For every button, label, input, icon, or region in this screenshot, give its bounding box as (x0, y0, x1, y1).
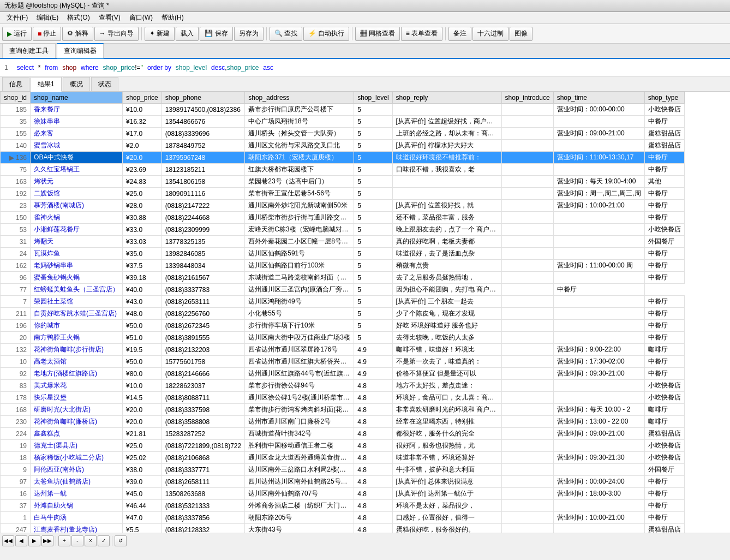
cell-8-3[interactable]: (0818)2147222 (161, 200, 244, 212)
table-row[interactable]: 31烤翻天¥33.0313778325135西外外秦花园二小区E幢一层8号（原军… (1, 236, 685, 248)
cell-32-1[interactable]: 达州第一鱿 (31, 488, 123, 500)
cell-18-8[interactable] (553, 320, 644, 332)
cell-6-0[interactable]: 163 (1, 176, 31, 188)
col-header-shop-reply[interactable]: shop_reply (392, 92, 501, 104)
cell-12-9[interactable]: 中餐厅 (644, 248, 684, 260)
cell-30-1[interactable]: 阿伦西亚(南外店) (31, 464, 123, 476)
cell-8-8[interactable]: 营业时间：10:00-21:00 (553, 200, 644, 212)
cell-4-1[interactable]: OBA中式快餐 (31, 152, 123, 164)
cell-30-3[interactable]: (0818)3337771 (161, 464, 244, 476)
cell-0-5[interactable]: 5 (354, 104, 392, 116)
table-row[interactable]: 192二嫂饭馆¥25.018090911116柴市街帝王宣仕居巷54-56号5营… (1, 188, 685, 200)
cell-15-8[interactable]: 中餐厅 (553, 284, 644, 296)
cell-16-9[interactable]: 中餐厅 (644, 296, 684, 308)
cell-16-3[interactable]: (0818)2653111 (161, 296, 244, 308)
cell-26-2[interactable]: ¥20.0 (123, 416, 162, 428)
cell-33-7[interactable] (501, 500, 553, 512)
cell-10-5[interactable]: 5 (354, 224, 392, 236)
cell-14-5[interactable]: 5 (354, 272, 392, 284)
cell-28-3[interactable]: (0818)7221899,(0818)722 (161, 440, 244, 452)
cell-1-9[interactable]: 中餐厅 (644, 116, 684, 128)
nav-cancel[interactable]: × (85, 535, 97, 546)
cell-4-2[interactable]: ¥20.0 (123, 152, 162, 164)
menu-help[interactable]: 帮助(H) (157, 12, 188, 23)
cell-21-6[interactable]: 不是第一次去了，味道真的： (392, 356, 501, 368)
cell-2-6[interactable]: 上班的必经之路，却从未有：商户描述：门店介绍： (392, 128, 501, 140)
cell-33-2[interactable]: ¥46.44 (123, 500, 162, 512)
cell-1-6[interactable]: [从真评价] 位置超级好找，商户描述：门店介绍： (392, 116, 501, 128)
cell-29-6[interactable]: 味道非常不错，环境还算好 (392, 452, 501, 464)
cell-11-1[interactable]: 烤翻天 (31, 236, 123, 248)
cell-23-0[interactable]: 83 (1, 380, 31, 392)
cell-3-8[interactable] (553, 140, 644, 152)
cell-30-7[interactable] (501, 464, 553, 476)
cell-25-6[interactable]: 非常喜欢研磨时光的环境和 商户描述：门店介绍： (392, 404, 501, 416)
cell-35-0[interactable]: 247 (1, 524, 31, 533)
form-button[interactable]: ≡ 表单查看 (401, 27, 442, 41)
nav-refresh[interactable]: ↺ (115, 535, 127, 546)
tab-query-editor[interactable]: 查询编辑器 (57, 43, 104, 58)
cell-16-8[interactable] (553, 296, 644, 308)
cell-20-1[interactable]: 花神街角咖啡(步行街店) (31, 344, 123, 356)
cell-5-5[interactable]: 5 (354, 164, 392, 176)
cell-18-2[interactable]: ¥50.0 (123, 320, 162, 332)
cell-12-8[interactable] (553, 248, 644, 260)
col-header-shop-level[interactable]: shop_level (354, 92, 392, 104)
cell-5-3[interactable]: 18123185211 (161, 164, 244, 176)
nav-prev[interactable]: ◀ (15, 535, 27, 546)
cell-19-7[interactable] (501, 332, 553, 344)
cell-33-8[interactable] (553, 500, 644, 512)
cell-26-1[interactable]: 花神街角咖啡(廉桥店) (31, 416, 123, 428)
table-row[interactable]: 18杨家稀饭(小吃城二分店)¥25.02(0818)2106868通川区金龙大道… (1, 452, 685, 464)
cell-13-8[interactable]: 营业时间：11:00-00:00 周 (553, 260, 644, 272)
cell-18-7[interactable] (501, 320, 553, 332)
cell-28-9[interactable]: 小吃快餐店 (644, 440, 684, 452)
cell-25-3[interactable]: (0818)3337598 (161, 404, 244, 416)
cell-6-2[interactable]: ¥24.83 (123, 176, 162, 188)
cell-10-8[interactable] (553, 224, 644, 236)
cell-11-7[interactable] (501, 236, 553, 248)
cell-4-4[interactable]: 朝阳东路371（宏楼大厦庚楼） (245, 152, 354, 164)
table-row[interactable]: 230花神街角咖啡(廉桥店)¥20.0(0818)3588808达州市通川区南门… (1, 416, 685, 428)
cell-24-4[interactable]: 通川区徐公碑1号2楼(通川桥柴市花园入口 (245, 392, 354, 404)
cell-33-4[interactable]: 外滩商务酒店二楼（纺织厂大门旁） (245, 500, 354, 512)
cell-6-4[interactable]: 柴园巷23号（达高中后门） (245, 176, 354, 188)
tab-overview[interactable]: 概况 (63, 77, 90, 91)
cell-22-9[interactable]: 中餐厅 (644, 368, 684, 380)
cell-14-0[interactable]: 96 (1, 272, 31, 284)
cell-1-0[interactable]: 35 (1, 116, 31, 128)
cell-0-8[interactable]: 营业时间：00:00-00:00 (553, 104, 644, 116)
cell-27-1[interactable]: 鑫鑫糕点 (31, 428, 123, 440)
cell-29-1[interactable]: 杨家稀饭(小吃城二分店) (31, 452, 123, 464)
cell-10-0[interactable]: 53 (1, 224, 31, 236)
cell-9-3[interactable]: (0818)2244668 (161, 212, 244, 224)
cell-33-6[interactable]: 环境不是太好，菜品很少， (392, 500, 501, 512)
cell-34-8[interactable]: 营业时间：10:00-21:00 (553, 512, 644, 524)
cell-3-9[interactable]: 蛋糕甜品店 (644, 140, 684, 152)
cell-31-8[interactable]: 营业时间：00:00-24:00 (553, 476, 644, 488)
cell-25-2[interactable]: ¥20.0 (123, 404, 162, 416)
cell-20-7[interactable] (501, 344, 553, 356)
find-button[interactable]: 🔍 查找 (270, 27, 302, 41)
cell-0-9[interactable]: 小吃快餐店 (644, 104, 684, 116)
cell-21-5[interactable]: 4.9 (354, 356, 392, 368)
cell-1-4[interactable]: 中心广场凤翔街18号 (245, 116, 354, 128)
cell-15-7[interactable] (501, 284, 553, 296)
cell-32-8[interactable]: 营业时间：18:00-3:00 (553, 488, 644, 500)
cell-3-0[interactable]: 140 (1, 140, 31, 152)
cell-24-2[interactable]: ¥14.5 (123, 392, 162, 404)
cell-22-6[interactable]: 价格不算便宜 但是量还可以 (392, 368, 501, 380)
cell-33-3[interactable]: (0818)5321333 (161, 500, 244, 512)
cell-22-5[interactable]: 4.9 (354, 368, 392, 380)
cell-16-2[interactable]: ¥43.0 (123, 296, 162, 308)
cell-13-2[interactable]: ¥37.5 (123, 260, 162, 272)
cell-27-5[interactable]: 4.8 (354, 428, 392, 440)
cell-29-5[interactable]: 4.8 (354, 452, 392, 464)
cell-35-7[interactable] (501, 524, 553, 533)
cell-22-3[interactable]: (0818)2146666 (161, 368, 244, 380)
new-button[interactable]: ✦ 新建 (145, 27, 175, 41)
col-header-shop-price[interactable]: shop_price (123, 92, 162, 104)
table-row[interactable]: 185香来餐厅¥10.013989174500,(0818)2386綦市步行街口… (1, 104, 685, 116)
table-row[interactable]: 162老妈砂锅串串¥37.513398448034达川区仙鹤路口前行100米5稍… (1, 260, 685, 272)
tab-info[interactable]: 信息 (2, 77, 29, 91)
